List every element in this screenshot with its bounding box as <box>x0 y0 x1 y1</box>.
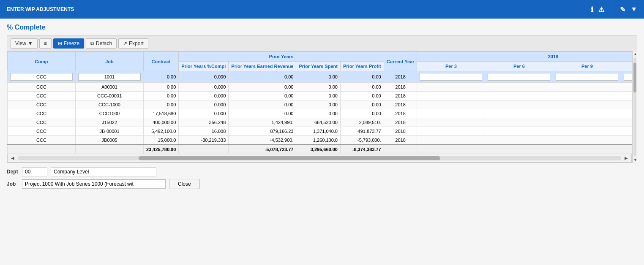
job-input[interactable] <box>22 179 166 189</box>
cell-py-spent: 664,520.00 <box>296 118 341 127</box>
scroll-up-arrow[interactable]: ▲ <box>633 51 637 57</box>
cell-py-profit: 0.00 <box>340 71 384 83</box>
dept-name-input[interactable] <box>51 167 156 176</box>
freeze-label: Freeze <box>64 41 79 46</box>
cell-py-earned: 0.00 <box>229 109 296 118</box>
table-row[interactable]: CCCJ15022400,000.00-356.248-1,424,990.66… <box>8 118 632 127</box>
prior-years-group: Prior Years <box>179 52 384 62</box>
cell-py-earned: 0.00 <box>229 71 296 83</box>
cell-current-year: 2018 <box>384 92 417 100</box>
freeze-button[interactable]: ⊞ Freeze <box>53 38 84 49</box>
detach-button[interactable]: ⧉ Detach <box>86 38 117 49</box>
cell-p6-2018 <box>485 136 553 145</box>
cell-contract: 0.00 <box>144 71 179 83</box>
columns-icon: ≡ <box>44 41 47 46</box>
cell-p12-2018 <box>621 92 632 100</box>
cell-py-profit: 0.00 <box>340 83 384 92</box>
scroll-track[interactable] <box>18 156 621 160</box>
cell-comp: CCC <box>8 92 76 100</box>
col-current-year: Current Year <box>384 52 417 71</box>
cell-py-earned: 0.00 <box>229 100 296 109</box>
cell-comp: CCC <box>8 127 76 136</box>
table-row[interactable]: 0.000.0000.000.000.00201820192020 <box>8 71 632 83</box>
cell-py-profit: 0.00 <box>340 109 384 118</box>
edit-icon[interactable]: ✎ <box>620 5 625 14</box>
cell-p9-2018 <box>553 118 621 127</box>
2018-group: 2018 <box>417 52 632 62</box>
main-content: % Complete View ▼ ≡ ⊞ Freeze ⧉ Detach ↗ … <box>0 19 644 265</box>
cell-p12-2018 <box>621 71 632 83</box>
export-button[interactable]: ↗ Export <box>118 38 148 49</box>
cell-p6-2018 <box>485 109 553 118</box>
close-button[interactable]: Close <box>169 179 200 189</box>
separator <box>612 4 612 14</box>
export-icon: ↗ <box>123 41 127 46</box>
toolbar: View ▼ ≡ ⊞ Freeze ⧉ Detach ↗ Export <box>7 35 637 51</box>
h-scrollbar[interactable]: ◀ ▶ <box>7 154 632 162</box>
cell-py-pct: -30,219.333 <box>179 136 229 145</box>
cell-current-year: 2018 <box>384 127 417 136</box>
table-scroll[interactable]: Comp Job Contract Prior Years Current Ye… <box>7 51 632 154</box>
col-py-pct: Prior Years %Compl <box>179 62 229 71</box>
cell-p6-2018 <box>485 92 553 100</box>
view-button[interactable]: View ▼ <box>11 38 38 49</box>
cell-contract: 5,492,100.0 <box>144 127 179 136</box>
cell-py-spent: 0.00 <box>296 92 341 100</box>
cell-p12-2018 <box>621 136 632 145</box>
cell-py-profit: -5,793,000. <box>340 136 384 145</box>
cell-py-earned: 879,166.23 <box>229 127 296 136</box>
cell-contract: 0.00 <box>144 100 179 109</box>
cell-p12-2018 <box>621 109 632 118</box>
cell-p9-2018 <box>553 92 621 100</box>
view-label: View <box>15 41 26 46</box>
cell-comp: CCC <box>8 109 76 118</box>
table-row[interactable]: CCCCCC100017,518,6800.0000.000.000.00201… <box>8 109 632 118</box>
cell-p6-2018 <box>485 100 553 109</box>
col-contract: Contract <box>144 52 179 71</box>
col-py-profit: Prior Years Profit <box>340 62 384 71</box>
col-py-earned: Prior Years Earned Revenue <box>229 62 296 71</box>
cell-job: A00001 <box>76 83 144 92</box>
table-row[interactable]: CCCCCC-000010.000.0000.000.000.002018201… <box>8 92 632 100</box>
total-contract: 23,425,780.00 <box>144 145 179 154</box>
table-body: 0.000.0000.000.000.00201820192020CCCA000… <box>8 71 632 154</box>
cell-p3-2018 <box>417 71 485 83</box>
scroll-left-arrow[interactable]: ◀ <box>9 155 16 161</box>
title-bar-icons: ℹ ⚠ ✎ ▼ <box>591 4 637 14</box>
cell-p9-2018 <box>553 136 621 145</box>
header-group-row: Comp Job Contract Prior Years Current Ye… <box>8 52 632 62</box>
cell-py-profit: -491,873.77 <box>340 127 384 136</box>
cell-p9-2018 <box>553 109 621 118</box>
dropdown-icon[interactable]: ▼ <box>630 5 637 13</box>
cell-p9-2018 <box>553 71 621 83</box>
app-title: ENTER WIP ADJUSTMENTS <box>7 6 74 12</box>
scroll-down-arrow[interactable]: ▼ <box>633 157 637 163</box>
export-label: Export <box>129 41 144 46</box>
dept-input[interactable] <box>22 167 47 176</box>
info-icon[interactable]: ℹ <box>591 5 593 14</box>
cell-p3-2018 <box>417 100 485 109</box>
cell-py-pct: 0.000 <box>179 92 229 100</box>
cell-comp <box>8 71 76 83</box>
total-py-spent: 3,295,660.00 <box>296 145 341 154</box>
cell-py-earned: -4,532,900. <box>229 136 296 145</box>
v-scrollbar[interactable]: ▲ ▼ <box>632 51 637 163</box>
scroll-right-arrow[interactable]: ▶ <box>623 155 630 161</box>
cell-job: JB-00001 <box>76 127 144 136</box>
warning-icon[interactable]: ⚠ <box>598 5 604 14</box>
table-row[interactable]: CCCJB000515,000.0-30,219.333-4,532,900.1… <box>8 136 632 145</box>
vscroll-track[interactable] <box>633 58 636 156</box>
table-row[interactable]: CCCA000010.000.0000.000.000.002018201920… <box>8 83 632 92</box>
total-py-profit: -8,374,383.77 <box>340 145 384 154</box>
cell-current-year: 2018 <box>384 118 417 127</box>
cell-contract: 400,000.00 <box>144 118 179 127</box>
cell-p9-2018 <box>553 127 621 136</box>
table-row[interactable]: CCCCCC-10000.000.0000.000.000.0020182019… <box>8 100 632 109</box>
table-row[interactable]: CCCJB-000015,492,100.016.008879,166.231,… <box>8 127 632 136</box>
cell-py-earned: 0.00 <box>229 92 296 100</box>
col-job: Job <box>76 52 144 71</box>
col-per3-2018: Per 3 <box>417 62 485 71</box>
cell-current-year: 2018 <box>384 109 417 118</box>
cell-contract: 17,518,680 <box>144 109 179 118</box>
columns-button[interactable]: ≡ <box>39 38 52 49</box>
